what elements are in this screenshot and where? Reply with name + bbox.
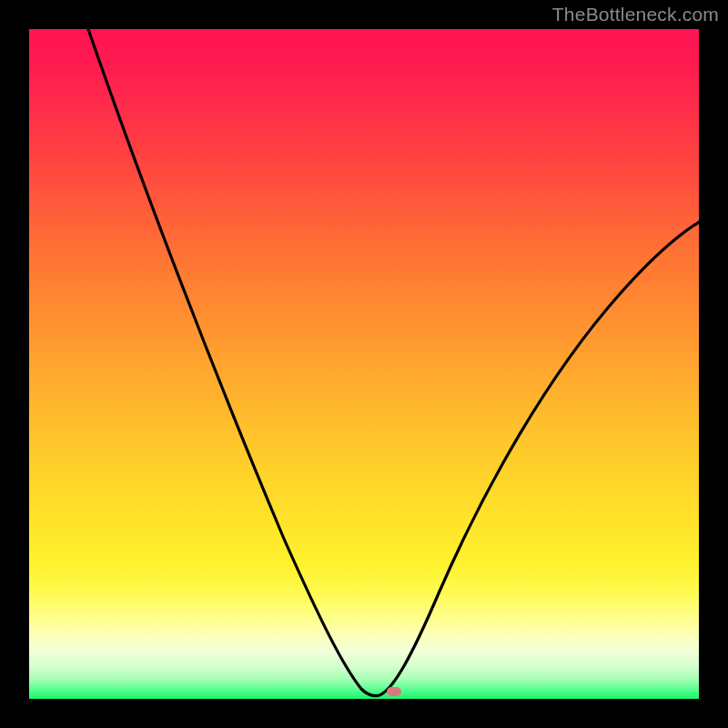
optimal-marker [387, 687, 401, 696]
plot-area [29, 29, 699, 699]
chart-frame: TheBottleneck.com [0, 0, 728, 728]
watermark-text: TheBottleneck.com [552, 4, 719, 25]
bottleneck-curve [29, 29, 699, 699]
